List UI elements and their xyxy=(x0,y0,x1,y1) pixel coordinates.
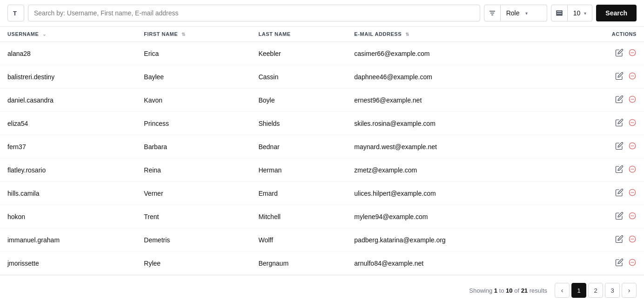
page-button-3[interactable]: 3 xyxy=(605,283,620,298)
cell-first-name: Reina xyxy=(136,158,251,182)
col-last-name: LAST NAME xyxy=(251,27,347,42)
text-icon-button[interactable]: T xyxy=(7,5,24,21)
role-dropdown[interactable]: Role ▾ xyxy=(501,5,547,21)
table-row: fern37 Barbara Bednar maynard.west@examp… xyxy=(0,135,644,158)
edit-button[interactable] xyxy=(615,118,624,127)
rows-icon-button[interactable] xyxy=(551,5,568,21)
rows-label: 10 xyxy=(573,9,581,17)
cell-last-name: Boyle xyxy=(251,89,347,112)
pagination: Showing 1 to 10 of 21 results ‹ 1 2 3 › xyxy=(0,275,644,302)
svg-rect-2 xyxy=(557,13,562,14)
delete-button[interactable] xyxy=(628,165,637,173)
edit-button[interactable] xyxy=(615,165,624,173)
cell-actions xyxy=(563,89,644,112)
filter-group: Role ▾ xyxy=(484,5,547,21)
col-first-name[interactable]: FIRST NAME ⇅ xyxy=(136,27,251,42)
cell-email: arnulfo84@example.net xyxy=(347,252,563,275)
delete-button[interactable] xyxy=(628,188,637,197)
delete-button[interactable] xyxy=(628,142,637,150)
page-button-1[interactable]: 1 xyxy=(571,283,586,298)
delete-button[interactable] xyxy=(628,72,637,80)
cell-first-name: Barbara xyxy=(136,135,251,158)
cell-actions xyxy=(563,228,644,252)
cell-first-name: Rylee xyxy=(136,252,251,275)
cell-last-name: Mitchell xyxy=(251,205,347,228)
cell-first-name: Verner xyxy=(136,182,251,205)
pagination-info: Showing 1 to 10 of 21 results xyxy=(469,287,547,294)
rows-group: 10 ▾ xyxy=(551,5,593,21)
col-actions: ACTIONS xyxy=(563,27,644,42)
cell-email: skiles.rosina@example.com xyxy=(347,112,563,135)
delete-button[interactable] xyxy=(628,212,637,220)
sort-icon: ⌄ xyxy=(42,32,47,37)
cell-actions xyxy=(563,182,644,205)
cell-username: hokon xyxy=(0,205,136,228)
delete-button[interactable] xyxy=(628,258,637,267)
cell-username: balistreri.destiny xyxy=(0,65,136,89)
filter-icon-button[interactable] xyxy=(484,5,501,21)
cell-email: daphnee46@example.com xyxy=(347,65,563,89)
edit-button[interactable] xyxy=(615,48,624,57)
cell-last-name: Herman xyxy=(251,158,347,182)
cell-last-name: Emard xyxy=(251,182,347,205)
delete-button[interactable] xyxy=(628,48,637,57)
role-label: Role xyxy=(506,9,522,17)
cell-last-name: Cassin xyxy=(251,65,347,89)
edit-button[interactable] xyxy=(615,72,624,80)
cell-username: immanuel.graham xyxy=(0,228,136,252)
search-button[interactable]: Search xyxy=(596,5,637,21)
cell-actions xyxy=(563,112,644,135)
table-row: hokon Trent Mitchell mylene94@example.co… xyxy=(0,205,644,228)
cell-actions xyxy=(563,158,644,182)
chevron-down-icon: ▾ xyxy=(525,11,541,16)
edit-button[interactable] xyxy=(615,142,624,150)
cell-first-name: Kavon xyxy=(136,89,251,112)
search-input[interactable] xyxy=(28,5,480,21)
cell-email: maynard.west@example.net xyxy=(347,135,563,158)
cell-actions xyxy=(563,42,644,65)
table-row: alana28 Erica Keebler casimer66@example.… xyxy=(0,42,644,65)
cell-last-name: Bergnaum xyxy=(251,252,347,275)
cell-last-name: Shields xyxy=(251,112,347,135)
sort-icon: ⇅ xyxy=(181,32,186,37)
cell-username: daniel.casandra xyxy=(0,89,136,112)
delete-button[interactable] xyxy=(628,118,637,127)
page-button-2[interactable]: 2 xyxy=(588,283,603,298)
cell-first-name: Erica xyxy=(136,42,251,65)
table-body: alana28 Erica Keebler casimer66@example.… xyxy=(0,42,644,275)
cell-first-name: Demetris xyxy=(136,228,251,252)
cell-actions xyxy=(563,135,644,158)
svg-rect-3 xyxy=(557,14,562,15)
cell-first-name: Baylee xyxy=(136,65,251,89)
cell-email: padberg.katarina@example.org xyxy=(347,228,563,252)
svg-text:T: T xyxy=(13,10,17,17)
edit-button[interactable] xyxy=(615,95,624,103)
edit-button[interactable] xyxy=(615,235,624,243)
table-header: USERNAME ⌄ FIRST NAME ⇅ LAST NAME E-MAIL… xyxy=(0,27,644,42)
edit-button[interactable] xyxy=(615,258,624,267)
edit-button[interactable] xyxy=(615,212,624,220)
svg-rect-1 xyxy=(557,11,562,12)
rows-dropdown[interactable]: 10 ▾ xyxy=(568,5,593,21)
col-email[interactable]: E-MAIL ADDRESS ⇅ xyxy=(347,27,563,42)
edit-button[interactable] xyxy=(615,188,624,197)
cell-username: fern37 xyxy=(0,135,136,158)
cell-first-name: Trent xyxy=(136,205,251,228)
table-row: jmorissette Rylee Bergnaum arnulfo84@exa… xyxy=(0,252,644,275)
col-username[interactable]: USERNAME ⌄ xyxy=(0,27,136,42)
cell-actions xyxy=(563,205,644,228)
delete-button[interactable] xyxy=(628,95,637,103)
table-row: flatley.rosario Reina Herman zmetz@examp… xyxy=(0,158,644,182)
prev-page-button[interactable]: ‹ xyxy=(555,283,570,298)
sort-icon: ⇅ xyxy=(405,32,409,37)
table-row: eliza54 Princess Shields skiles.rosina@e… xyxy=(0,112,644,135)
cell-actions xyxy=(563,252,644,275)
table-row: immanuel.graham Demetris Wolff padberg.k… xyxy=(0,228,644,252)
chevron-down-icon: ▾ xyxy=(584,11,586,16)
cell-first-name: Princess xyxy=(136,112,251,135)
delete-button[interactable] xyxy=(628,235,637,243)
cell-username: eliza54 xyxy=(0,112,136,135)
cell-username: jmorissette xyxy=(0,252,136,275)
toolbar: T Role ▾ 10 ▾ Search xyxy=(0,0,644,27)
next-page-button[interactable]: › xyxy=(622,283,637,298)
